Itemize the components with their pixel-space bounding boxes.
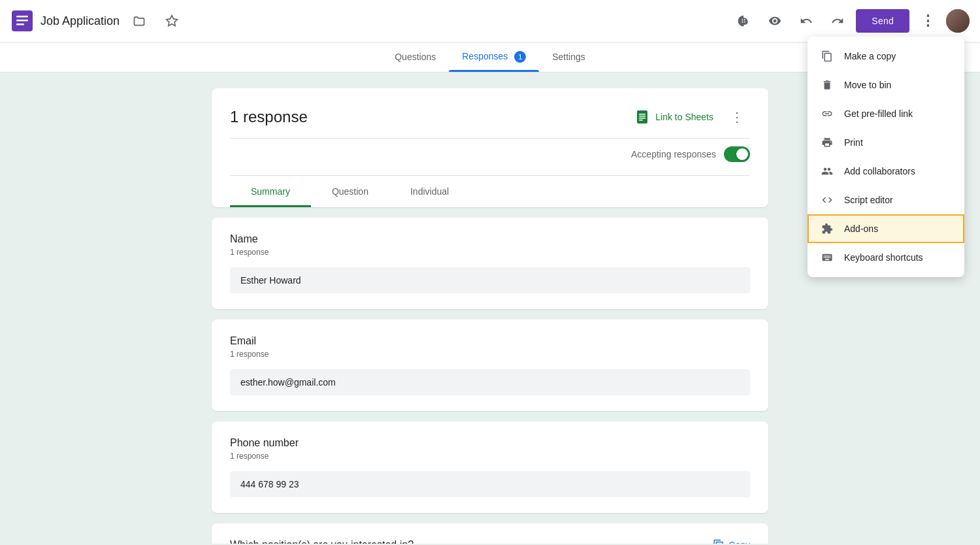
menu-print[interactable]: Print [808, 128, 964, 157]
keyboard-menu-icon [821, 251, 834, 264]
menu-add-ons[interactable]: Add-ons [808, 214, 964, 243]
trash-menu-icon [821, 78, 834, 91]
menu-make-copy[interactable]: Make a copy [808, 42, 964, 71]
copy-menu-icon [821, 50, 834, 63]
people-menu-icon [821, 165, 834, 178]
code-menu-icon [821, 193, 834, 206]
dropdown-menu: Make a copy Move to bin Get pre-filled l… [808, 37, 964, 277]
puzzle-menu-icon [821, 222, 834, 235]
menu-move-to-bin[interactable]: Move to bin [808, 71, 964, 99]
link-menu-icon [821, 107, 834, 120]
menu-keyboard-shortcuts[interactable]: Keyboard shortcuts [808, 243, 964, 272]
print-menu-icon [821, 136, 834, 149]
menu-get-prefilled-link[interactable]: Get pre-filled link [808, 99, 964, 128]
menu-add-collaborators[interactable]: Add collaborators [808, 157, 964, 186]
menu-script-editor[interactable]: Script editor [808, 186, 964, 214]
